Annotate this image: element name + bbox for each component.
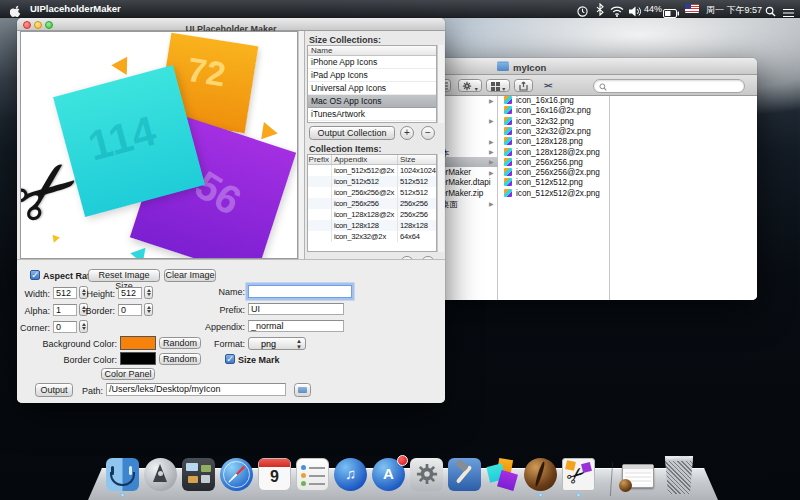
table-cell: 64x64 — [398, 231, 436, 242]
action-gear-button[interactable]: ▾ — [458, 79, 482, 92]
dock-app-window-preview-icon[interactable]: ✂ — [562, 458, 595, 491]
add-collection-button[interactable]: + — [400, 126, 414, 140]
table-row[interactable]: icon_512x512512x512 — [308, 176, 436, 187]
table-row[interactable]: icon_256x256256x256 — [308, 198, 436, 209]
dock-calendar-icon[interactable]: 9 — [258, 458, 291, 491]
apple-menu-icon[interactable] — [10, 3, 22, 21]
bluetooth-menu-icon[interactable] — [596, 2, 604, 20]
collection-row[interactable]: iTunesArtwork — [308, 108, 436, 121]
dock-xcode-icon[interactable] — [448, 458, 481, 491]
border-stepper[interactable] — [144, 303, 153, 316]
remove-collection-button[interactable]: − — [421, 126, 435, 140]
collections-header[interactable]: Name — [308, 46, 436, 56]
color-panel-button[interactable]: Color Panel — [101, 368, 155, 380]
items-scrollbar[interactable] — [437, 154, 444, 252]
file-row[interactable]: icon_128x128.png — [499, 136, 610, 146]
table-row[interactable]: icon_256x256@2x512x512 — [308, 187, 436, 198]
file-row[interactable]: icon_16x16@2x.png — [499, 105, 610, 115]
file-row[interactable]: icon_512x512.png — [499, 177, 610, 187]
app-titlebar[interactable]: UI Placeholder Maker — [17, 18, 445, 31]
width-input[interactable]: 512 — [53, 287, 77, 299]
background-color-swatch[interactable] — [120, 336, 156, 350]
name-input[interactable] — [248, 285, 352, 298]
collapse-button[interactable]: >< — [544, 81, 551, 90]
menubar-clock[interactable]: 周一 下午9:57 — [706, 4, 762, 17]
volume-menu-icon[interactable] — [629, 3, 642, 21]
wifi-menu-icon[interactable] — [610, 3, 624, 21]
browse-folder-button[interactable] — [294, 383, 311, 397]
dock-launchpad-icon[interactable] — [144, 458, 177, 491]
minimize-button[interactable] — [34, 21, 42, 29]
preview-canvas[interactable]: 72 56 114 ✂ — [20, 31, 298, 259]
output-collection-button[interactable]: Output Collection — [309, 126, 395, 140]
battery-menu-icon[interactable] — [663, 4, 679, 22]
table-row[interactable]: icon_512x512@2x1024x1024 — [308, 165, 436, 176]
size-mark-checkbox[interactable]: ✓ — [225, 354, 235, 364]
prefix-input[interactable]: UI — [248, 303, 344, 315]
file-row[interactable]: icon_16x16.png — [499, 96, 610, 105]
dock-mission-control-icon[interactable] — [182, 458, 215, 491]
clear-image-button[interactable]: Clear Image — [164, 269, 216, 282]
table-row[interactable]: icon_32x32@2x64x64 — [308, 231, 436, 242]
height-stepper[interactable] — [144, 286, 153, 299]
items-header-size[interactable]: Size — [398, 155, 436, 164]
file-row[interactable]: icon_32x32.png — [499, 116, 610, 126]
table-row[interactable]: icon_128x128128x128 — [308, 220, 436, 231]
reset-image-size-button[interactable]: Reset Image Size — [88, 269, 160, 282]
appendix-label: Appendix: — [195, 322, 245, 332]
dock-system-preferences-icon[interactable] — [410, 458, 443, 491]
file-row[interactable]: icon_128x128@2x.png — [499, 147, 610, 157]
collection-row[interactable]: Mac OS App Icons — [308, 95, 436, 108]
sidebar-item-label: erMaker — [441, 168, 471, 177]
border-input[interactable]: 0 — [118, 304, 142, 316]
output-button[interactable]: Output — [35, 383, 73, 397]
height-input[interactable]: 512 — [118, 287, 142, 299]
border-random-button[interactable]: Random — [159, 353, 201, 365]
calendar-day: 9 — [259, 468, 290, 486]
table-row[interactable]: icon_128x128@2x256x256 — [308, 209, 436, 220]
dock-safari-icon[interactable] — [220, 458, 253, 491]
dock-trash-icon[interactable] — [663, 456, 695, 494]
arrange-button[interactable]: ▾ — [486, 79, 510, 92]
finder-search-input[interactable] — [593, 79, 745, 93]
dock-reminders-icon[interactable] — [296, 458, 329, 491]
appendix-input[interactable]: _normal — [248, 320, 344, 332]
app-window[interactable]: UI Placeholder Maker 72 56 114 ✂ Size Co… — [17, 18, 445, 403]
items-header-row[interactable]: Prefix Appendix Size — [308, 155, 436, 165]
file-row[interactable]: icon_256x256.png — [499, 157, 610, 167]
dock-minimized-window[interactable] — [622, 464, 654, 488]
menubar-app-name[interactable]: UIPlaceholderMaker — [30, 3, 121, 14]
share-button[interactable] — [514, 79, 533, 92]
collection-row[interactable]: iPad App Icons — [308, 69, 436, 82]
alpha-input[interactable]: 1 — [53, 304, 77, 316]
clock-menu-icon[interactable] — [577, 3, 588, 21]
collection-items-table[interactable]: Prefix Appendix Size icon_512x512@2x1024… — [307, 154, 437, 252]
collection-row[interactable]: iPhone App Icons — [308, 56, 436, 69]
format-dropdown[interactable]: png ▲▼ — [248, 337, 306, 350]
file-row[interactable]: icon_32x32@2x.png — [499, 126, 610, 136]
close-button[interactable] — [23, 21, 31, 29]
dock-itunes-icon[interactable]: ♫ — [334, 458, 367, 491]
corner-stepper[interactable] — [79, 320, 88, 333]
notification-center-icon[interactable] — [783, 4, 794, 22]
input-language-flag-icon[interactable] — [685, 4, 699, 13]
collections-table[interactable]: Name iPhone App IconsiPad App IconsUnive… — [307, 45, 437, 123]
dock-finder-icon[interactable] — [106, 458, 139, 491]
table-cell: 1024x1024 — [398, 165, 436, 176]
path-input[interactable]: /Users/leks/Desktop/myIcon — [106, 383, 286, 396]
file-row[interactable]: icon_512x512@2x.png — [499, 188, 610, 198]
table-cell: icon_512x512@2x — [332, 165, 398, 176]
border-color-swatch[interactable] — [120, 352, 156, 365]
dock-uiplaceholdermaker-icon[interactable] — [486, 458, 519, 491]
zoom-button[interactable] — [45, 21, 53, 29]
collections-scrollbar[interactable] — [437, 45, 444, 123]
aspect-ratio-checkbox[interactable]: ✓ — [30, 270, 40, 280]
spotlight-icon[interactable] — [765, 3, 776, 21]
file-row[interactable]: icon_256x256@2x.png — [499, 167, 610, 177]
collection-row[interactable]: Universal App Icons — [308, 82, 436, 95]
dock-coffee-bean-icon[interactable] — [524, 458, 557, 491]
items-header-prefix[interactable]: Prefix — [308, 155, 332, 164]
dock-appstore-icon[interactable]: A — [372, 458, 405, 491]
corner-input[interactable]: 0 — [53, 321, 77, 333]
items-header-appendix[interactable]: Appendix — [332, 155, 398, 164]
